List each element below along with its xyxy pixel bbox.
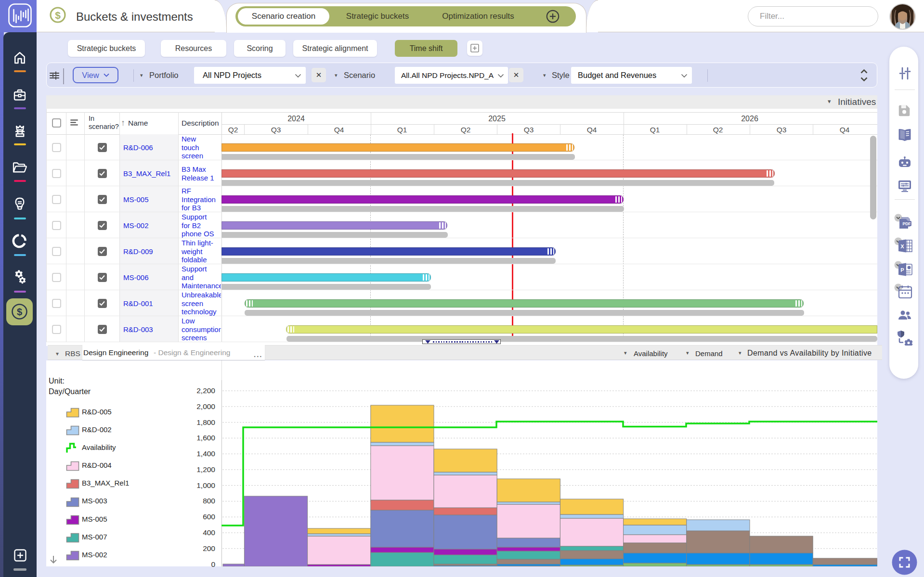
- svg-text:PDF: PDF: [903, 221, 911, 226]
- svg-text:P: P: [900, 267, 904, 273]
- svg-text:X: X: [900, 244, 904, 249]
- svg-text:$: $: [17, 307, 22, 317]
- svg-text:$: $: [55, 10, 61, 21]
